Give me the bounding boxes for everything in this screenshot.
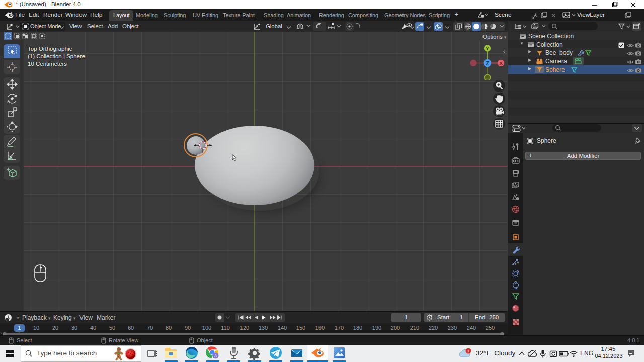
svg-text:Y: Y: [486, 46, 489, 51]
svg-text:Z: Z: [486, 60, 489, 66]
svg-text:1: 1: [467, 349, 470, 353]
svg-text:X: X: [499, 60, 503, 66]
svg-text:A: A: [214, 353, 217, 358]
